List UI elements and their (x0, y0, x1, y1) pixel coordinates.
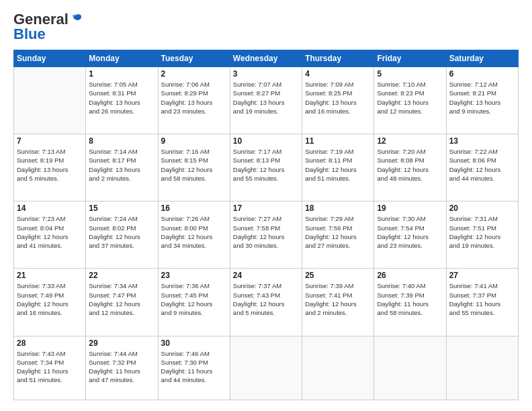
page: General Blue SundayMondayTuesdayWednesda… (0, 0, 532, 411)
day-number: 20 (449, 203, 515, 213)
day-number: 27 (449, 271, 515, 280)
day-info: Sunrise: 7:46 AMSunset: 7:30 PMDaylight:… (161, 349, 227, 385)
calendar-cell (14, 67, 86, 134)
calendar-cell: 26Sunrise: 7:40 AMSunset: 7:39 PMDayligh… (374, 269, 446, 336)
day-number: 10 (233, 136, 299, 146)
day-info: Sunrise: 7:06 AMSunset: 8:29 PMDaylight:… (161, 80, 227, 116)
calendar-header-sunday: Sunday (14, 50, 86, 67)
day-number: 3 (233, 69, 299, 79)
day-number: 15 (89, 203, 154, 213)
calendar-cell (446, 336, 518, 400)
calendar-header-wednesday: Wednesday (230, 50, 302, 67)
day-number: 9 (161, 136, 227, 146)
calendar-header-saturday: Saturday (446, 50, 518, 67)
logo-blue-text: Blue (13, 26, 46, 43)
calendar-cell: 21Sunrise: 7:33 AMSunset: 7:49 PMDayligh… (14, 269, 86, 336)
calendar-cell: 1Sunrise: 7:05 AMSunset: 8:31 PMDaylight… (86, 67, 158, 134)
day-info: Sunrise: 7:10 AMSunset: 8:23 PMDaylight:… (377, 80, 443, 116)
day-number: 29 (89, 338, 154, 348)
calendar-cell: 18Sunrise: 7:29 AMSunset: 7:56 PMDayligh… (302, 201, 374, 269)
day-info: Sunrise: 7:13 AMSunset: 8:19 PMDaylight:… (17, 147, 83, 183)
day-info: Sunrise: 7:44 AMSunset: 7:32 PMDaylight:… (89, 349, 154, 385)
day-number: 2 (161, 69, 227, 79)
day-number: 12 (377, 136, 443, 146)
day-number: 24 (233, 271, 299, 280)
logo: General Blue (13, 11, 83, 43)
calendar-cell: 2Sunrise: 7:06 AMSunset: 8:29 PMDaylight… (158, 67, 230, 134)
day-number: 18 (305, 203, 371, 213)
calendar-cell: 28Sunrise: 7:43 AMSunset: 7:34 PMDayligh… (14, 336, 86, 400)
day-number: 22 (89, 271, 154, 280)
day-info: Sunrise: 7:05 AMSunset: 8:31 PMDaylight:… (89, 80, 154, 116)
day-number: 8 (89, 136, 154, 146)
calendar-cell: 6Sunrise: 7:12 AMSunset: 8:21 PMDaylight… (446, 67, 518, 134)
calendar-cell: 22Sunrise: 7:34 AMSunset: 7:47 PMDayligh… (86, 269, 158, 336)
day-info: Sunrise: 7:17 AMSunset: 8:13 PMDaylight:… (233, 147, 299, 183)
calendar-cell: 3Sunrise: 7:07 AMSunset: 8:27 PMDaylight… (230, 67, 302, 134)
calendar-cell (374, 336, 446, 400)
day-number: 21 (17, 271, 83, 280)
calendar-cell: 17Sunrise: 7:27 AMSunset: 7:58 PMDayligh… (230, 201, 302, 269)
calendar-week-4: 21Sunrise: 7:33 AMSunset: 7:49 PMDayligh… (14, 269, 519, 336)
day-number: 25 (305, 271, 371, 280)
day-number: 11 (305, 136, 371, 146)
calendar-cell: 12Sunrise: 7:20 AMSunset: 8:08 PMDayligh… (374, 134, 446, 201)
day-info: Sunrise: 7:34 AMSunset: 7:47 PMDaylight:… (89, 281, 154, 317)
day-number: 13 (449, 136, 515, 146)
calendar-cell: 25Sunrise: 7:39 AMSunset: 7:41 PMDayligh… (302, 269, 374, 336)
day-info: Sunrise: 7:23 AMSunset: 8:04 PMDaylight:… (17, 214, 83, 250)
day-info: Sunrise: 7:33 AMSunset: 7:49 PMDaylight:… (17, 281, 83, 317)
day-info: Sunrise: 7:20 AMSunset: 8:08 PMDaylight:… (377, 147, 443, 183)
day-number: 14 (17, 203, 83, 213)
calendar-cell: 9Sunrise: 7:16 AMSunset: 8:15 PMDaylight… (158, 134, 230, 201)
day-number: 28 (17, 338, 83, 348)
calendar-cell: 8Sunrise: 7:14 AMSunset: 8:17 PMDaylight… (86, 134, 158, 201)
day-number: 7 (17, 136, 83, 146)
calendar-week-3: 14Sunrise: 7:23 AMSunset: 8:04 PMDayligh… (14, 201, 519, 269)
day-info: Sunrise: 7:37 AMSunset: 7:43 PMDaylight:… (233, 281, 299, 317)
calendar-cell: 24Sunrise: 7:37 AMSunset: 7:43 PMDayligh… (230, 269, 302, 336)
calendar-cell: 5Sunrise: 7:10 AMSunset: 8:23 PMDaylight… (374, 67, 446, 134)
calendar-cell: 4Sunrise: 7:09 AMSunset: 8:25 PMDaylight… (302, 67, 374, 134)
day-info: Sunrise: 7:16 AMSunset: 8:15 PMDaylight:… (161, 147, 227, 183)
day-info: Sunrise: 7:39 AMSunset: 7:41 PMDaylight:… (305, 281, 371, 317)
calendar-cell (302, 336, 374, 400)
day-info: Sunrise: 7:29 AMSunset: 7:56 PMDaylight:… (305, 214, 371, 250)
calendar-cell (230, 336, 302, 400)
day-number: 19 (377, 203, 443, 213)
calendar-cell: 23Sunrise: 7:36 AMSunset: 7:45 PMDayligh… (158, 269, 230, 336)
day-number: 17 (233, 203, 299, 213)
calendar-cell: 16Sunrise: 7:26 AMSunset: 8:00 PMDayligh… (158, 201, 230, 269)
day-info: Sunrise: 7:24 AMSunset: 8:02 PMDaylight:… (89, 214, 154, 250)
calendar-cell: 29Sunrise: 7:44 AMSunset: 7:32 PMDayligh… (86, 336, 158, 400)
calendar-cell: 27Sunrise: 7:41 AMSunset: 7:37 PMDayligh… (446, 269, 518, 336)
day-number: 4 (305, 69, 371, 79)
calendar-header-thursday: Thursday (302, 50, 374, 67)
calendar-cell: 10Sunrise: 7:17 AMSunset: 8:13 PMDayligh… (230, 134, 302, 201)
day-info: Sunrise: 7:09 AMSunset: 8:25 PMDaylight:… (305, 80, 371, 116)
calendar-cell: 11Sunrise: 7:19 AMSunset: 8:11 PMDayligh… (302, 134, 374, 201)
calendar-header-monday: Monday (86, 50, 158, 67)
day-number: 6 (449, 69, 515, 79)
calendar-cell: 13Sunrise: 7:22 AMSunset: 8:06 PMDayligh… (446, 134, 518, 201)
day-number: 5 (377, 69, 443, 79)
calendar-header-row: SundayMondayTuesdayWednesdayThursdayFrid… (14, 50, 519, 67)
logo-bird-icon (70, 13, 83, 26)
day-info: Sunrise: 7:26 AMSunset: 8:00 PMDaylight:… (161, 214, 227, 250)
calendar-header-tuesday: Tuesday (158, 50, 230, 67)
calendar-cell: 7Sunrise: 7:13 AMSunset: 8:19 PMDaylight… (14, 134, 86, 201)
day-number: 16 (161, 203, 227, 213)
day-info: Sunrise: 7:30 AMSunset: 7:54 PMDaylight:… (377, 214, 443, 250)
day-number: 30 (161, 338, 227, 348)
calendar-cell: 14Sunrise: 7:23 AMSunset: 8:04 PMDayligh… (14, 201, 86, 269)
header: General Blue (13, 11, 519, 43)
day-info: Sunrise: 7:19 AMSunset: 8:11 PMDaylight:… (305, 147, 371, 183)
day-info: Sunrise: 7:14 AMSunset: 8:17 PMDaylight:… (89, 147, 154, 183)
day-info: Sunrise: 7:07 AMSunset: 8:27 PMDaylight:… (233, 80, 299, 116)
calendar-cell: 19Sunrise: 7:30 AMSunset: 7:54 PMDayligh… (374, 201, 446, 269)
calendar-cell: 30Sunrise: 7:46 AMSunset: 7:30 PMDayligh… (158, 336, 230, 400)
day-info: Sunrise: 7:12 AMSunset: 8:21 PMDaylight:… (449, 80, 515, 116)
calendar-week-2: 7Sunrise: 7:13 AMSunset: 8:19 PMDaylight… (14, 134, 519, 201)
day-info: Sunrise: 7:40 AMSunset: 7:39 PMDaylight:… (377, 281, 443, 317)
calendar-week-5: 28Sunrise: 7:43 AMSunset: 7:34 PMDayligh… (14, 336, 519, 400)
